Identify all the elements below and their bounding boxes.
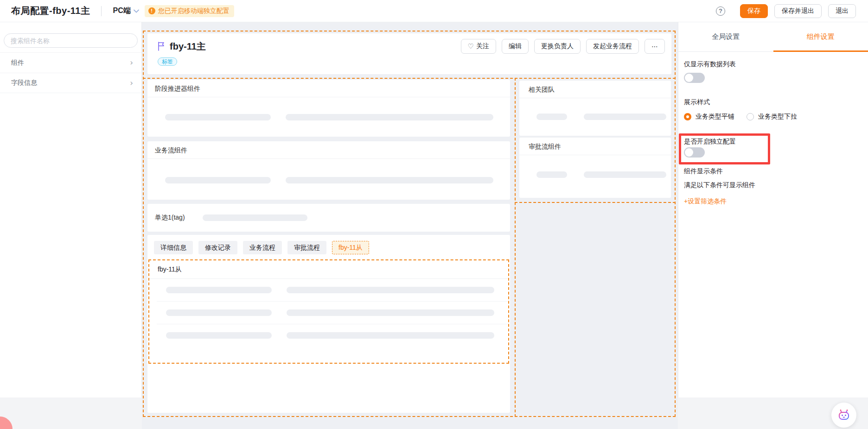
- warning-text: 您已开启移动端独立配置: [158, 7, 230, 15]
- radio-option-tile[interactable]: 业务类型平铺: [684, 113, 734, 121]
- save-and-exit-button[interactable]: 保存并退出: [774, 4, 822, 18]
- record-header-top: fby-11主 ♡ 关注 编辑 更换负责人 发起业务流程 ⋯: [147, 33, 671, 54]
- skeleton-bar: [536, 171, 567, 178]
- only-data-list-label: 仅显示有数据列表: [684, 60, 736, 69]
- chevron-right-icon: ›: [130, 59, 133, 67]
- sidebar-item-label: 组件: [11, 59, 24, 67]
- component-card-single-select[interactable]: 单选1(tag): [147, 204, 510, 232]
- sub-detail-title: fby-11从: [149, 260, 508, 279]
- exit-button[interactable]: 退出: [828, 4, 856, 18]
- tab-detail-info[interactable]: 详细信息: [154, 241, 193, 254]
- independent-config-toggle[interactable]: [684, 147, 705, 158]
- skeleton-bar: [536, 114, 567, 120]
- topbar-right: ? 保存 保存并退出 退出: [716, 4, 868, 18]
- component-condition-title: 组件显示条件: [684, 167, 723, 176]
- tab-component-settings[interactable]: 组件设置: [773, 22, 868, 51]
- settings-panel: 全局设置 组件设置 仅显示有数据列表 展示样式 业务类型平铺 业务类型下拉 是否…: [678, 22, 868, 397]
- device-switcher[interactable]: PC端: [113, 6, 139, 16]
- skeleton-bar: [165, 177, 271, 183]
- sidebar-item-label: 字段信息: [11, 79, 37, 87]
- skeleton-bar: [584, 114, 666, 120]
- skeleton-row: [157, 324, 508, 347]
- card-title: 审批流组件: [519, 138, 671, 151]
- component-card-related-team[interactable]: 相关团队: [519, 81, 671, 136]
- help-icon[interactable]: ?: [716, 6, 725, 16]
- pink-floating-button[interactable]: [0, 416, 13, 429]
- card-divider: [519, 98, 671, 98]
- component-card-approval-flow[interactable]: 审批流组件: [519, 138, 671, 198]
- tab-fby-11-sub[interactable]: fby-11从: [332, 241, 369, 254]
- layout-canvas: fby-11主 ♡ 关注 编辑 更换负责人 发起业务流程 ⋯ 标签 阶段推进器组…: [142, 22, 678, 429]
- record-actions: ♡ 关注 编辑 更换负责人 发起业务流程 ⋯: [461, 39, 665, 54]
- skeleton-bar: [166, 332, 272, 339]
- detail-tabs: 详细信息 修改记录 业务流程 审批流程 fby-11从: [147, 235, 510, 254]
- canvas-column-split-line: [515, 78, 516, 417]
- skeleton-bar: [166, 309, 272, 316]
- skeleton-bar: [165, 114, 271, 120]
- mobile-config-warning-badge: ! 您已开启移动端独立配置: [145, 5, 234, 17]
- tab-business-flow[interactable]: 业务流程: [243, 241, 282, 254]
- display-style-options: 业务类型平铺 业务类型下拉: [684, 113, 797, 121]
- skeleton-bar: [584, 171, 666, 178]
- component-card-stage-advancer[interactable]: 阶段推进器组件: [147, 80, 510, 137]
- component-sidebar: 组件 › 字段信息 ›: [0, 22, 142, 397]
- skeleton-bar: [287, 287, 494, 293]
- page-title: 布局配置-fby-11主: [11, 5, 90, 17]
- detail-tabs-card: 详细信息 修改记录 业务流程 审批流程 fby-11从 fby-11从: [147, 235, 510, 413]
- chevron-down-icon: [134, 9, 139, 13]
- canvas-split-line: [143, 78, 676, 79]
- search-input[interactable]: [4, 33, 138, 48]
- record-title-wrap: fby-11主: [158, 40, 206, 53]
- component-card-business-flow[interactable]: 业务流组件: [147, 141, 510, 200]
- toggle-knob: [685, 148, 693, 157]
- sidebar-item-fields[interactable]: 字段信息 ›: [0, 73, 141, 93]
- start-workflow-button[interactable]: 发起业务流程: [586, 39, 639, 54]
- field-label: 单选1(tag): [155, 214, 185, 222]
- settings-tabs: 全局设置 组件设置: [678, 22, 868, 52]
- record-tag[interactable]: 标签: [158, 57, 177, 66]
- independent-config-label: 是否开启独立配置: [684, 138, 736, 146]
- display-style-label: 展示样式: [684, 98, 710, 107]
- card-title: 业务流组件: [147, 141, 510, 155]
- skeleton-bar: [287, 309, 494, 316]
- skeleton-bar: [286, 114, 493, 120]
- sidebar-item-components[interactable]: 组件 ›: [0, 52, 141, 73]
- robot-assistant-button[interactable]: [831, 403, 856, 428]
- more-actions-button[interactable]: ⋯: [645, 39, 665, 54]
- card-divider: [519, 155, 671, 155]
- search-wrap: [0, 22, 141, 52]
- skeleton-bar: [203, 214, 307, 221]
- radio-option-dropdown[interactable]: 业务类型下拉: [747, 113, 797, 121]
- card-title: 阶段推进器组件: [147, 80, 510, 93]
- record-title: fby-11主: [170, 40, 206, 53]
- device-label: PC端: [113, 6, 130, 16]
- tab-global-settings[interactable]: 全局设置: [678, 22, 773, 51]
- add-filter-link[interactable]: +设置筛选条件: [684, 197, 727, 206]
- record-header-card[interactable]: fby-11主 ♡ 关注 编辑 更换负责人 发起业务流程 ⋯ 标签: [147, 33, 671, 74]
- save-button[interactable]: 保存: [740, 4, 768, 18]
- component-condition-desc: 满足以下条件可显示组件: [684, 181, 755, 189]
- robot-icon: [837, 408, 851, 422]
- radio-unselected-icon: [747, 113, 754, 120]
- skeleton-row: [157, 302, 508, 324]
- divider: [101, 6, 102, 16]
- topbar-left: 布局配置-fby-11主 PC端 ! 您已开启移动端独立配置: [0, 5, 234, 17]
- sub-detail-panel[interactable]: fby-11从: [148, 259, 509, 364]
- toggle-knob: [685, 74, 693, 82]
- skeleton-bar: [287, 332, 494, 339]
- canvas-right-split-line: [515, 202, 676, 203]
- topbar: 布局配置-fby-11主 PC端 ! 您已开启移动端独立配置 ? 保存 保存并退…: [0, 0, 868, 22]
- tab-edit-history[interactable]: 修改记录: [198, 241, 237, 254]
- card-title: 相关团队: [519, 81, 671, 94]
- radio-selected-icon: [684, 113, 691, 120]
- tab-approval-flow[interactable]: 审批流程: [287, 241, 326, 254]
- skeleton-row: [157, 279, 508, 302]
- warning-icon: !: [148, 7, 155, 14]
- skeleton-bar: [286, 177, 493, 183]
- layout-config-app: 布局配置-fby-11主 PC端 ! 您已开启移动端独立配置 ? 保存 保存并退…: [0, 0, 868, 429]
- skeleton-bar: [166, 287, 272, 293]
- change-owner-button[interactable]: 更换负责人: [534, 39, 581, 54]
- only-data-list-toggle[interactable]: [684, 73, 705, 83]
- edit-button[interactable]: 编辑: [502, 39, 529, 54]
- follow-button[interactable]: ♡ 关注: [461, 39, 496, 54]
